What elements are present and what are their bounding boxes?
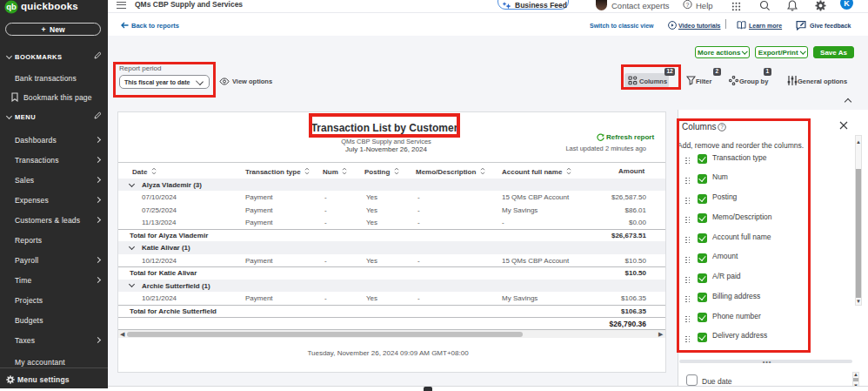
- svg-text:qb: qb: [6, 2, 17, 11]
- svg-text:?: ?: [686, 2, 690, 8]
